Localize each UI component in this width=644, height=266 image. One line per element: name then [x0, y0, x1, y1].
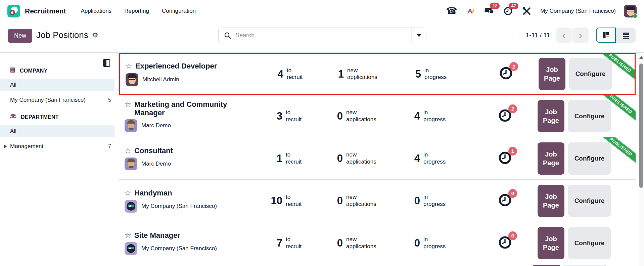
- configure-button[interactable]: Configure: [568, 185, 611, 217]
- sidebar-section-title: DEPARTMENT: [21, 114, 59, 120]
- sidebar-filter-item[interactable]: My Company (San Francisco) 5: [0, 94, 114, 106]
- menu-configuration[interactable]: Configuration: [162, 8, 196, 14]
- activity-count-badge: 0: [508, 189, 517, 198]
- activity-count-badge: 2: [508, 104, 517, 113]
- activities-icon[interactable]: 47: [503, 6, 513, 16]
- activity-clock-button[interactable]: 2: [498, 109, 512, 124]
- kanban-icon: [602, 31, 610, 39]
- sidebar-item-label: All: [10, 128, 16, 135]
- favorite-star-icon[interactable]: ☆: [125, 189, 134, 197]
- activity-clock-button[interactable]: 1: [498, 151, 512, 166]
- job-position-card[interactable]: ☆ Handyman My Company (San Francisco) 10…: [119, 180, 636, 222]
- list-view-button[interactable]: [616, 28, 636, 43]
- owner-name: My Company (San Francisco): [141, 203, 217, 210]
- developer-tools-icon[interactable]: [521, 6, 532, 16]
- sidebar-item-count: 7: [108, 143, 111, 149]
- search-icon: [224, 32, 231, 39]
- new-applications-count: 1: [320, 69, 344, 79]
- sidebar-collapse-toggle[interactable]: [103, 59, 110, 67]
- job-page-button[interactable]: Job Page: [539, 58, 565, 90]
- owner-avatar: [125, 119, 137, 132]
- search-bar[interactable]: [218, 28, 426, 43]
- job-title[interactable]: Experienced Developer: [135, 62, 217, 70]
- new-applications-count: 0: [319, 195, 343, 206]
- pager-range: 1-11 / 11: [526, 32, 550, 39]
- menu-reporting[interactable]: Reporting: [124, 8, 149, 14]
- activity-count-badge: 2: [509, 62, 518, 71]
- in-progress-count: 5: [398, 69, 421, 79]
- job-position-card[interactable]: ☆ Consultant Marc Demo 1 to recruit 0 ne…: [119, 137, 636, 180]
- new-applications-count: 0: [319, 238, 343, 248]
- owner-name: My Company (San Francisco): [141, 245, 217, 252]
- voip-phone-icon[interactable]: ☎: [446, 6, 457, 16]
- recruitment-app-icon[interactable]: [7, 5, 20, 17]
- sidebar-filter-item[interactable]: All: [0, 125, 114, 137]
- favorite-star-icon[interactable]: ☆: [125, 231, 134, 240]
- new-button[interactable]: New: [8, 29, 32, 43]
- activity-clock-button[interactable]: 2: [499, 66, 513, 81]
- stat-in-progress: 0 in progress: [397, 236, 469, 250]
- vertical-scrollbar[interactable]: [639, 53, 644, 266]
- scrollbar-thumb[interactable]: [639, 63, 643, 188]
- owner-name: Marc Demo: [141, 122, 171, 129]
- sidebar-filter-item[interactable]: All: [0, 79, 114, 91]
- favorite-star-icon[interactable]: ☆: [125, 100, 134, 109]
- menu-applications[interactable]: Applications: [81, 8, 112, 14]
- job-page-button[interactable]: Job Page: [538, 100, 564, 132]
- main-menu: Applications Reporting Configuration: [81, 8, 196, 14]
- configure-button[interactable]: Configure: [569, 58, 612, 90]
- sidebar-section: COMPANY All My Company (San Francisco) 5: [0, 67, 114, 106]
- kanban-view-button[interactable]: [596, 28, 616, 43]
- activity-clock-button[interactable]: 0: [498, 193, 512, 208]
- to-recruit-count: 3: [259, 111, 282, 121]
- activity-count-badge: 1: [508, 147, 517, 156]
- configure-button[interactable]: Configure: [568, 142, 611, 175]
- stat-new-applications: 0 new applications: [319, 151, 397, 165]
- to-recruit-count: 1: [259, 153, 282, 164]
- activity-clock-button[interactable]: 0: [498, 236, 512, 251]
- favorite-star-icon[interactable]: ☆: [126, 62, 135, 71]
- stat-new-applications: 0 new applications: [319, 194, 397, 207]
- page-title: Job Positions: [36, 30, 88, 40]
- stat-in-progress: 0 in progress: [397, 194, 469, 207]
- sidebar-item-label: My Company (San Francisco): [10, 97, 86, 103]
- stat-in-progress: 5 in progress: [398, 67, 470, 81]
- configure-button[interactable]: Configure: [568, 227, 611, 259]
- user-menu[interactable]: [624, 5, 637, 17]
- expand-caret-icon[interactable]: [4, 144, 7, 148]
- stat-to-recruit: 4 to recruit: [260, 67, 320, 81]
- job-title[interactable]: Site Manager: [134, 231, 180, 239]
- tools-icon: [522, 7, 531, 15]
- to-recruit-count: 7: [259, 238, 282, 248]
- configure-button[interactable]: Configure: [568, 100, 611, 132]
- pager-next-button[interactable]: ›: [572, 28, 589, 43]
- job-position-card[interactable]: ☆ Marketing and Community Manager Marc D…: [119, 95, 636, 137]
- search-input[interactable]: [235, 28, 411, 43]
- stat-new-applications: 1 new applications: [320, 67, 398, 81]
- chevron-down-icon: [417, 34, 421, 37]
- filters-sidebar: COMPANY All My Company (San Francisco) 5…: [0, 53, 114, 266]
- stat-to-recruit: 1 to recruit: [259, 151, 319, 165]
- job-position-card[interactable]: ☆ Experienced Developer Mitchell Admin 4…: [119, 53, 636, 95]
- in-progress-count: 4: [397, 111, 420, 121]
- sidebar-filter-item[interactable]: Management 7: [0, 140, 114, 152]
- job-title[interactable]: Handyman: [134, 189, 172, 197]
- company-switcher[interactable]: My Company (San Francisco): [540, 8, 616, 14]
- job-page-button[interactable]: Job Page: [538, 185, 564, 217]
- ai-assistant-icon[interactable]: AI: [465, 6, 476, 16]
- actions-gear-icon[interactable]: ⚙: [92, 32, 98, 39]
- pager-previous-button[interactable]: ‹: [556, 28, 572, 43]
- job-title[interactable]: Marketing and Community Manager: [134, 100, 255, 117]
- app-name[interactable]: Recruitment: [25, 7, 66, 15]
- job-page-button[interactable]: Job Page: [538, 142, 564, 175]
- next-row-configure-stub: [563, 265, 606, 266]
- job-title[interactable]: Consultant: [134, 146, 173, 155]
- activity-count-badge: 0: [508, 231, 517, 240]
- to-recruit-count: 10: [259, 195, 282, 206]
- search-dropdown-toggle[interactable]: [411, 28, 426, 43]
- job-position-card[interactable]: ☆ Site Manager My Company (San Francisco…: [119, 222, 636, 264]
- job-page-button[interactable]: Job Page: [538, 227, 564, 259]
- scroll-up-arrow[interactable]: [639, 56, 643, 59]
- favorite-star-icon[interactable]: ☆: [125, 146, 134, 155]
- messages-icon[interactable]: 22: [484, 6, 495, 16]
